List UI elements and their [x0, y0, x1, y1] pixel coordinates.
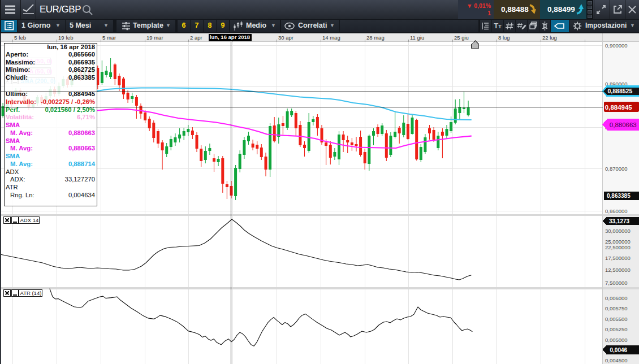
svg-text:7,500000: 7,500000: [605, 280, 628, 286]
svg-text:22,500000: 22,500000: [605, 244, 631, 250]
svg-text:22 lug: 22 lug: [542, 34, 557, 41]
svg-text:17,500000: 17,500000: [605, 255, 631, 261]
svg-text:Intervallo:: Intervallo:: [6, 98, 36, 105]
svg-text:0,004500: 0,004500: [605, 357, 628, 363]
svg-text:0,866935: 0,866935: [68, 59, 95, 66]
svg-text:ATR: ATR: [6, 184, 18, 190]
svg-text:0,900000: 0,900000: [605, 42, 628, 49]
svg-text:Massimo:: Massimo:: [6, 59, 35, 66]
svg-text:33,1273: 33,1273: [609, 218, 630, 224]
svg-text:0,865660: 0,865660: [68, 51, 95, 58]
svg-text:0,860000: 0,860000: [605, 208, 628, 214]
svg-text:0,880663: 0,880663: [610, 122, 637, 128]
svg-text:Volatilità:: Volatilità:: [6, 114, 34, 120]
svg-text:14 mag: 14 mag: [322, 34, 340, 41]
svg-text:0,863385: 0,863385: [607, 193, 631, 199]
svg-text:SMA: SMA: [6, 122, 20, 128]
svg-text:lun, 16 apr 2018: lun, 16 apr 2018: [210, 34, 250, 40]
svg-text:0,880663: 0,880663: [68, 129, 95, 136]
svg-text:M. Avg:: M. Avg:: [10, 145, 33, 151]
svg-text:ADX: ADX: [6, 168, 19, 175]
svg-text:12,500000: 12,500000: [605, 267, 631, 273]
svg-text:lun, 16 apr 2018: lun, 16 apr 2018: [47, 44, 95, 50]
svg-text:0,862725: 0,862725: [68, 66, 95, 73]
svg-text:8 lug: 8 lug: [498, 34, 510, 41]
svg-text:Minimo:: Minimo:: [6, 66, 30, 73]
svg-text:Aperto:: Aperto:: [6, 51, 28, 58]
svg-text:11 giu: 11 giu: [410, 34, 424, 41]
svg-text:ATR (14): ATR (14): [20, 290, 42, 296]
svg-text:19 mar: 19 mar: [146, 34, 163, 41]
svg-text:19 feb: 19 feb: [58, 34, 73, 41]
svg-text:0,880663: 0,880663: [68, 145, 95, 151]
svg-text:5 mar: 5 mar: [102, 34, 116, 41]
svg-text:6,71%: 6,71%: [77, 114, 95, 120]
svg-text:Chiudi:: Chiudi:: [6, 74, 28, 81]
svg-text:0,888525: 0,888525: [608, 88, 633, 94]
svg-text:M. Avg:: M. Avg:: [10, 161, 33, 167]
svg-text:-0,002275 / -0,26%: -0,002275 / -0,26%: [41, 98, 95, 105]
svg-text:0,006000: 0,006000: [605, 295, 628, 301]
svg-text:SMA: SMA: [6, 137, 20, 144]
svg-text:0,884945: 0,884945: [605, 104, 633, 111]
svg-text:0,005500: 0,005500: [605, 316, 628, 322]
svg-text:2 apr: 2 apr: [190, 34, 202, 41]
svg-text:0,888714: 0,888714: [68, 161, 96, 167]
svg-text:ADX 14: ADX 14: [20, 217, 39, 223]
svg-text:0,005750: 0,005750: [605, 305, 628, 311]
svg-text:33,127270: 33,127270: [65, 176, 95, 183]
svg-text:28 mag: 28 mag: [366, 34, 385, 41]
svg-text:SMA: SMA: [6, 153, 20, 159]
svg-text:ADX:: ADX:: [10, 176, 25, 183]
svg-text:30 apr: 30 apr: [278, 34, 293, 41]
svg-text:M. Avg:: M. Avg:: [10, 129, 33, 136]
svg-text:0,005250: 0,005250: [605, 326, 628, 332]
svg-text:5 feb: 5 feb: [14, 34, 26, 41]
svg-text:Rng. Ln:: Rng. Ln:: [10, 192, 34, 198]
svg-text:0,870000: 0,870000: [605, 166, 628, 172]
svg-text:0,005000: 0,005000: [605, 337, 628, 343]
svg-text:0,004634: 0,004634: [68, 192, 95, 198]
svg-text:0,0046: 0,0046: [610, 347, 628, 353]
svg-text:30,000000: 30,000000: [605, 228, 631, 234]
svg-text:0,863385: 0,863385: [68, 74, 95, 81]
svg-text:25 giu: 25 giu: [454, 34, 469, 41]
